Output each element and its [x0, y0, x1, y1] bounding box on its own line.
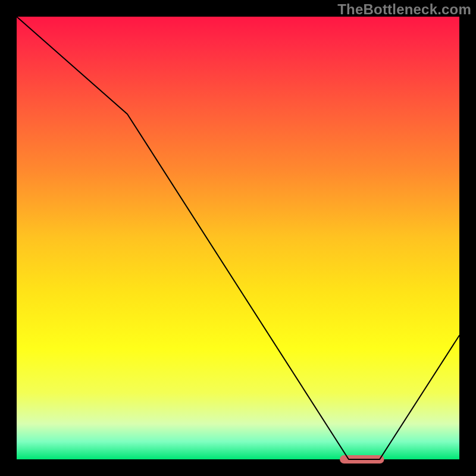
chart-svg [0, 0, 476, 476]
plot-area [17, 17, 459, 464]
bottleneck-chart: TheBottleneck.com [0, 0, 476, 476]
gradient-background [17, 17, 459, 459]
